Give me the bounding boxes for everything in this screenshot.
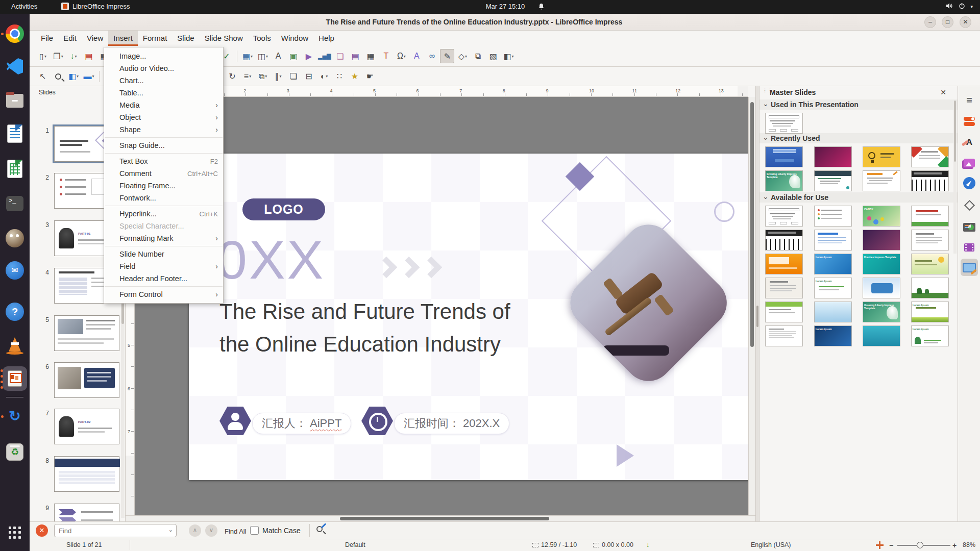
section-recently-used[interactable]: Recently Used: [760, 133, 958, 143]
gallery-icon[interactable]: ❏: [333, 49, 347, 63]
master-thumbnail-available-18[interactable]: [814, 302, 852, 322]
slide-thumbnail-8[interactable]: [54, 456, 119, 492]
master-thumbnail-available-17[interactable]: [765, 302, 803, 322]
trash-icon[interactable]: ♻: [5, 442, 25, 462]
properties-icon[interactable]: [961, 113, 978, 130]
text-language[interactable]: English (USA): [751, 541, 791, 548]
panel-splitter[interactable]: [755, 86, 760, 521]
minimize-button[interactable]: –: [924, 16, 936, 28]
find-previous-button[interactable]: ∧: [189, 524, 201, 537]
writer-icon[interactable]: [5, 123, 25, 144]
slide-template[interactable]: Default: [345, 541, 365, 548]
master-thumbnail-available-6[interactable]: [814, 230, 852, 251]
arrange-icon[interactable]: ⧉▾: [256, 69, 270, 84]
slide-title[interactable]: The Rise and Future Trends of the Online…: [219, 295, 510, 361]
menu-item-chart[interactable]: Chart...: [104, 74, 223, 87]
points-icon[interactable]: ∷: [332, 69, 347, 84]
animation-icon[interactable]: ★: [348, 69, 362, 84]
menu-file[interactable]: File: [36, 31, 58, 46]
find-all-button[interactable]: Find All: [225, 528, 247, 535]
panel-drag-handle[interactable]: ⋮⋮: [763, 89, 768, 96]
zoom-out-button[interactable]: −: [889, 541, 893, 549]
zoom-icon[interactable]: [51, 69, 65, 84]
menu-item-text-box[interactable]: Text BoxF2: [104, 155, 223, 167]
help-icon[interactable]: ?: [5, 302, 25, 322]
slide-canvas[interactable]: LOGO 20XX The Rise and Future Trends of …: [135, 97, 748, 515]
notification-bell-icon[interactable]: [538, 3, 545, 12]
master-thumbnail-used-1[interactable]: [765, 113, 803, 134]
menu-item-header-and-footer[interactable]: Header and Footer...: [104, 272, 223, 285]
align-icon[interactable]: ≡▾: [240, 69, 255, 84]
rotate-icon[interactable]: ↻: [225, 69, 239, 84]
match-case-checkbox[interactable]: [250, 526, 259, 535]
master-thumbnail-available-7[interactable]: [863, 230, 900, 251]
close-button[interactable]: ✕: [960, 16, 971, 28]
master-thumbnail-available-13[interactable]: [765, 278, 803, 298]
zoom-percent[interactable]: 88%: [963, 541, 975, 548]
navigator-icon[interactable]: [961, 174, 978, 192]
find-and-replace-icon[interactable]: [316, 526, 323, 532]
app-grid-icon[interactable]: [5, 522, 25, 543]
insert-text-box-icon[interactable]: A: [271, 49, 285, 63]
menu-item-table[interactable]: Table...: [104, 87, 223, 99]
menu-slide[interactable]: Slide: [172, 31, 199, 46]
new-document-icon[interactable]: ▯▾: [36, 49, 50, 63]
section-available-for-use[interactable]: Available for Use: [760, 192, 958, 203]
slide-thumbnail-7[interactable]: PART-02: [54, 409, 119, 444]
master-thumbnail-available-4[interactable]: [911, 206, 949, 227]
fill-color-icon[interactable]: ◧▾: [66, 69, 81, 84]
master-thumbnail-available-2[interactable]: [814, 206, 852, 227]
activities-button[interactable]: Activities: [11, 3, 37, 10]
save-icon[interactable]: ↓▾: [66, 49, 81, 63]
menu-item-image[interactable]: Image...: [104, 50, 223, 62]
sidebar-menu-icon[interactable]: ≡: [961, 91, 978, 109]
fontwork-icon[interactable]: A: [409, 49, 424, 63]
menu-format[interactable]: Format: [138, 31, 173, 46]
updater-icon[interactable]: ↻: [5, 406, 25, 427]
slide-thumbnail-5[interactable]: [54, 315, 119, 351]
find-input[interactable]: [59, 525, 156, 536]
select-icon[interactable]: ↖: [36, 69, 50, 84]
zoom-in-button[interactable]: +: [952, 541, 957, 549]
master-thumbnail-recent-1[interactable]: [765, 146, 803, 167]
gallery-icon[interactable]: [961, 154, 978, 171]
document-modified-icon[interactable]: ↓: [646, 541, 649, 548]
master-thumbnail-available-3[interactable]: CANDY: [863, 206, 900, 227]
presenter-pill[interactable]: 汇报人： AiPPT: [252, 413, 351, 434]
menu-item-hyperlink[interactable]: Hyperlink...Ctrl+K: [104, 208, 223, 220]
titlebar[interactable]: The Rise and Future Trends of the Online…: [30, 14, 980, 31]
master-thumbnail-available-8[interactable]: [911, 230, 949, 251]
master-thumbnail-available-9[interactable]: [765, 254, 803, 274]
hyperlink-icon[interactable]: ∞: [425, 49, 439, 63]
menu-item-floating-frame[interactable]: Floating Frame...: [104, 180, 223, 192]
master-thumbnail-available-1[interactable]: [765, 206, 803, 227]
slide-thumbnail-6[interactable]: [54, 362, 119, 398]
gimp-icon[interactable]: [5, 228, 25, 248]
special-character-icon[interactable]: Ω▾: [394, 49, 408, 63]
insert-image-icon[interactable]: ▣: [286, 49, 301, 63]
menu-item-audio-or-video[interactable]: Audio or Video...: [104, 62, 223, 74]
master-thumbnail-recent-3[interactable]: [863, 146, 900, 167]
master-thumbnail-recent-5[interactable]: Growing Liberty Impress Template: [765, 170, 803, 191]
power-icon[interactable]: [959, 3, 965, 11]
vertical-scrollbar[interactable]: [748, 97, 755, 515]
insert-frame-icon[interactable]: ◫▾: [256, 49, 270, 63]
interaction-icon[interactable]: ☛: [363, 69, 377, 84]
vlc-icon[interactable]: [5, 335, 25, 356]
distribute-icon[interactable]: ∥▾: [271, 69, 285, 84]
files-icon[interactable]: [5, 90, 25, 111]
master-thumbnail-available-21[interactable]: [765, 325, 803, 346]
master-thumbnail-available-12[interactable]: [911, 254, 949, 274]
menu-item-media[interactable]: Media›: [104, 99, 223, 111]
animation-icon[interactable]: [961, 239, 978, 256]
menu-item-form-control[interactable]: Form Control›: [104, 288, 223, 300]
freeform-line-icon[interactable]: ✎: [440, 49, 454, 63]
crop-icon[interactable]: ⊟: [302, 69, 316, 84]
export-pdf-icon[interactable]: ▤: [82, 49, 96, 63]
chrome-icon[interactable]: [5, 23, 25, 44]
master-thumbnail-available-5[interactable]: [765, 230, 803, 251]
menu-tools[interactable]: Tools: [248, 31, 276, 46]
report-time-pill[interactable]: 汇报时间： 202X.X: [394, 413, 509, 434]
find-dropdown-icon[interactable]: ⌄: [168, 527, 173, 533]
clock[interactable]: Mar 27 15:10: [475, 3, 536, 10]
